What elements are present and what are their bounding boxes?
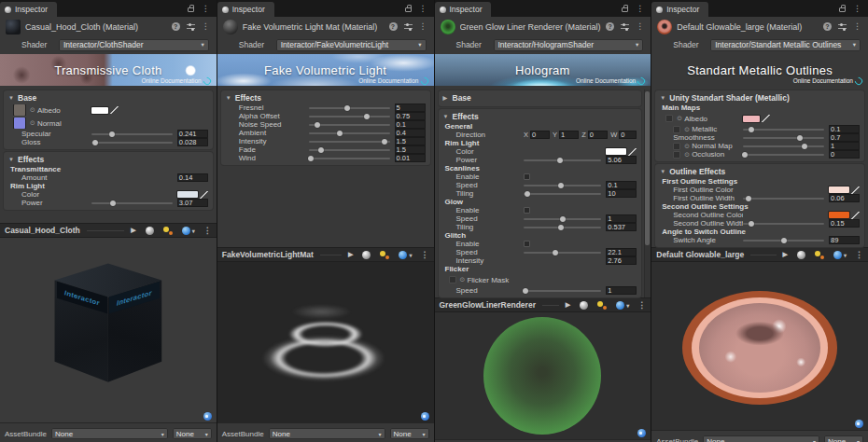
slider-thumb[interactable] [781, 238, 787, 243]
slider-thumb[interactable] [344, 105, 350, 111]
slider-thumb[interactable] [558, 225, 564, 230]
value-field[interactable]: 0.06 [829, 194, 860, 202]
preview-menu-icon[interactable]: ⋮ [421, 251, 429, 259]
section-header[interactable]: ▼ Effects [221, 91, 430, 104]
context-menu-icon[interactable]: ⋮ [853, 22, 861, 31]
slider[interactable] [743, 145, 824, 147]
slider[interactable] [524, 227, 601, 228]
object-picker-icon[interactable]: ⊙ [684, 143, 690, 150]
value-field[interactable]: 0.01 [395, 154, 426, 162]
slider[interactable] [309, 149, 390, 151]
object-picker-icon[interactable]: ⊙ [30, 106, 35, 114]
foldout-open-icon[interactable]: ▼ [8, 95, 15, 101]
slider[interactable] [309, 107, 390, 109]
slider[interactable] [309, 158, 390, 159]
preview-light-icon[interactable] [380, 251, 389, 259]
eyedropper-icon[interactable] [851, 186, 860, 194]
environment-icon[interactable]: ▾ [182, 227, 195, 235]
color-swatch[interactable] [606, 148, 626, 155]
shader-dropdown[interactable]: Interactor/ClothShader ▾ [59, 39, 209, 51]
slider-thumb[interactable] [364, 114, 370, 119]
value-field[interactable]: 0.1 [829, 125, 860, 133]
slider-thumb[interactable] [523, 288, 528, 294]
mesh-shape-icon[interactable] [146, 227, 154, 235]
slider[interactable] [91, 142, 173, 144]
mesh-shape-icon[interactable] [580, 301, 588, 310]
section-header[interactable]: ▼ Outline Effects [655, 165, 864, 177]
tab-menu-icon[interactable]: ⋮ [419, 5, 427, 13]
help-icon[interactable]: ? [172, 22, 180, 31]
lock-icon[interactable] [839, 7, 846, 12]
texture-slot[interactable] [673, 126, 680, 133]
online-documentation-link[interactable]: Online Documentation [576, 77, 636, 84]
section-header[interactable]: ▼ Base [4, 91, 213, 104]
value-field[interactable]: 0.028 [177, 138, 208, 146]
object-picker-icon[interactable]: ⊙ [684, 151, 690, 159]
slider-thumb[interactable] [749, 221, 754, 227]
tab-menu-icon[interactable]: ⋮ [853, 5, 861, 13]
texture-slot[interactable] [673, 143, 680, 150]
asset-labels-icon[interactable] [855, 420, 863, 428]
play-icon[interactable]: ▶ [131, 227, 135, 234]
mesh-shape-icon[interactable] [797, 251, 805, 259]
slider-thumb[interactable] [557, 158, 563, 163]
slider-thumb[interactable] [382, 139, 387, 145]
value-field[interactable]: 0.4 [395, 129, 426, 137]
value-field[interactable]: 5.06 [606, 156, 637, 164]
value-field[interactable]: 10 [606, 189, 637, 198]
vector-field[interactable]: 1 [559, 131, 579, 139]
preview-viewport[interactable] [217, 262, 434, 422]
eyedropper-icon[interactable] [762, 115, 770, 122]
lock-icon[interactable] [405, 7, 412, 12]
foldout-open-icon[interactable]: ▼ [660, 169, 666, 174]
slider-thumb[interactable] [337, 131, 343, 136]
lock-icon[interactable] [188, 7, 194, 12]
slider-thumb[interactable] [525, 191, 530, 197]
shader-dropdown[interactable]: Interactor/FakeVolumetricLight ▾ [276, 39, 427, 51]
color-swatch[interactable] [829, 186, 849, 193]
tab-menu-icon[interactable]: ⋮ [636, 5, 644, 13]
assetbundle-variant-dropdown[interactable]: None ▾ [390, 428, 429, 439]
section-header[interactable]: ▶ Base [439, 91, 642, 104]
slider[interactable] [309, 141, 390, 143]
value-field[interactable]: 2.76 [606, 256, 637, 265]
object-picker-icon[interactable]: ⊙ [460, 276, 466, 283]
lock-icon[interactable] [622, 7, 628, 12]
slider-thumb[interactable] [742, 152, 748, 158]
value-field[interactable]: 0 [829, 150, 860, 159]
color-swatch[interactable] [177, 191, 198, 198]
assetbundle-dropdown[interactable]: None ▾ [51, 428, 168, 439]
checkbox[interactable] [524, 173, 530, 180]
slider[interactable] [524, 218, 601, 220]
value-field[interactable]: 0.1 [606, 181, 637, 189]
environment-icon[interactable]: ▾ [616, 301, 629, 310]
preview-menu-icon[interactable]: ⋮ [203, 227, 212, 235]
slider-thumb[interactable] [318, 147, 324, 153]
play-icon[interactable]: ▶ [783, 251, 788, 258]
assetbundle-dropdown[interactable]: None ▾ [703, 435, 819, 442]
eyedropper-icon[interactable] [110, 106, 119, 114]
value-field[interactable]: 1.5 [395, 145, 426, 154]
environment-icon[interactable]: ▾ [833, 251, 847, 259]
help-icon[interactable]: ? [389, 22, 398, 31]
preset-icon[interactable] [187, 23, 195, 31]
tab-inspector[interactable]: Inspector [435, 2, 492, 17]
slider-thumb[interactable] [315, 122, 320, 128]
slider[interactable] [524, 185, 601, 186]
tab-inspector[interactable]: Inspector [651, 2, 708, 17]
slider[interactable] [743, 240, 824, 242]
eyedropper-icon[interactable] [200, 191, 208, 199]
slider[interactable] [91, 133, 173, 135]
online-documentation-link[interactable]: Online Documentation [141, 77, 201, 84]
color-swatch[interactable] [829, 212, 849, 218]
value-field[interactable]: 0.15 [829, 219, 860, 228]
value-field[interactable]: 0.1 [395, 120, 426, 129]
slider[interactable] [309, 116, 390, 117]
slider-thumb[interactable] [797, 135, 803, 141]
foldout-closed-icon[interactable]: ▶ [443, 94, 450, 101]
slider-thumb[interactable] [308, 156, 314, 161]
play-icon[interactable]: ▶ [566, 301, 570, 309]
texture-thumbnail[interactable] [14, 104, 25, 116]
foldout-open-icon[interactable]: ▼ [443, 114, 450, 119]
slider[interactable] [524, 193, 601, 195]
